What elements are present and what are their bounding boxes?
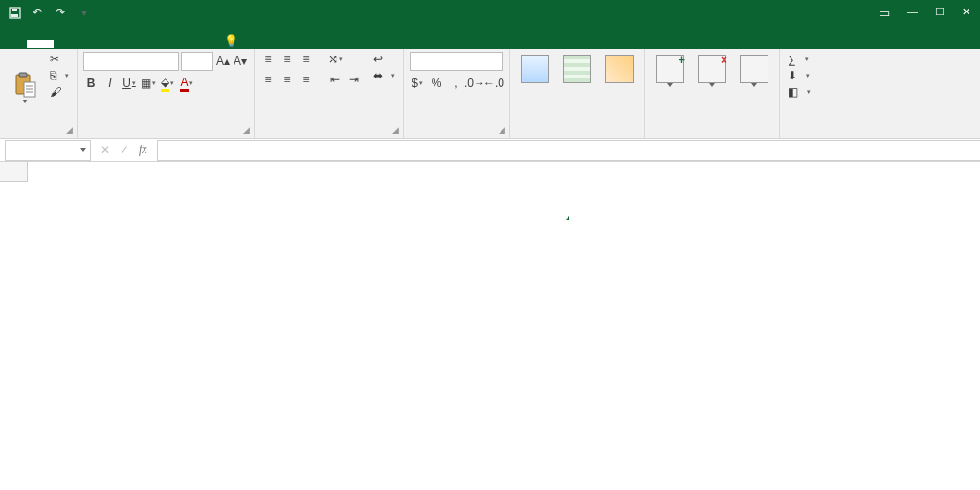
align-middle-icon[interactable]: ≡ bbox=[279, 52, 295, 67]
quick-access-toolbar: ↶ ↷ ▾ bbox=[0, 6, 91, 19]
group-alignment: ≡ ≡ ≡ ⤭▾ ≡ ≡ ≡ ⇤ ⇥ ↩ ⬌▾ ◢ bbox=[255, 49, 404, 138]
ribbon-options-icon[interactable]: ▭ bbox=[879, 6, 890, 20]
percent-icon[interactable]: % bbox=[429, 76, 444, 91]
delete-cells-button[interactable]: × bbox=[693, 52, 731, 90]
eraser-icon: ◧ bbox=[788, 85, 798, 99]
tab-view[interactable] bbox=[188, 40, 214, 48]
align-right-icon[interactable]: ≡ bbox=[299, 72, 314, 87]
autosum-button[interactable]: ∑▾ bbox=[786, 52, 813, 67]
tab-data[interactable] bbox=[134, 40, 161, 48]
group-cells: + × bbox=[645, 49, 780, 138]
sigma-icon: ∑ bbox=[788, 53, 796, 66]
tab-page-layout[interactable] bbox=[80, 40, 107, 48]
increase-indent-icon[interactable]: ⇥ bbox=[346, 72, 362, 87]
wrap-icon: ↩ bbox=[373, 53, 383, 66]
currency-icon[interactable]: $▾ bbox=[410, 76, 425, 91]
orientation-icon[interactable]: ⤭▾ bbox=[327, 52, 343, 67]
align-bottom-icon[interactable]: ≡ bbox=[299, 52, 314, 67]
brush-icon: 🖌 bbox=[50, 85, 61, 99]
font-color-button[interactable]: A▾ bbox=[179, 76, 194, 91]
cell-styles-button[interactable] bbox=[600, 52, 638, 86]
decrease-indent-icon[interactable]: ⇤ bbox=[327, 72, 343, 87]
font-name-input[interactable] bbox=[83, 52, 179, 71]
underline-button[interactable]: U▾ bbox=[122, 76, 137, 91]
format-as-table-button[interactable] bbox=[558, 52, 596, 86]
undo-icon[interactable]: ↶ bbox=[31, 6, 44, 19]
border-button[interactable]: ▦▾ bbox=[141, 76, 156, 91]
align-top-icon[interactable]: ≡ bbox=[260, 52, 276, 67]
cut-button[interactable]: ✂ bbox=[48, 52, 71, 67]
lightbulb-icon: 💡 bbox=[224, 34, 238, 48]
paste-icon bbox=[11, 71, 39, 100]
minimize-icon[interactable]: — bbox=[907, 6, 918, 20]
align-left-icon[interactable]: ≡ bbox=[260, 72, 276, 87]
formula-input[interactable] bbox=[157, 140, 980, 161]
save-icon[interactable] bbox=[8, 6, 21, 19]
format-icon bbox=[740, 55, 768, 83]
group-clipboard: ✂ ⎘▾ 🖌 ◢ bbox=[0, 49, 78, 138]
bold-button[interactable]: B bbox=[83, 76, 99, 91]
merge-center-button[interactable]: ⬌▾ bbox=[371, 68, 397, 83]
window-controls: ▭ — ☐ ✕ bbox=[879, 6, 980, 20]
svg-rect-1 bbox=[11, 14, 18, 17]
tell-me[interactable]: 💡 bbox=[224, 34, 242, 48]
tab-file[interactable] bbox=[0, 40, 27, 48]
dialog-launcher-icon[interactable]: ◢ bbox=[499, 125, 505, 135]
grow-font-icon[interactable]: A▴ bbox=[215, 54, 231, 69]
tab-insert[interactable] bbox=[54, 40, 80, 48]
group-styles bbox=[510, 49, 645, 138]
dialog-launcher-icon[interactable]: ◢ bbox=[392, 125, 399, 135]
chevron-down-icon bbox=[80, 148, 86, 152]
tab-formulas[interactable] bbox=[107, 40, 134, 48]
merge-icon: ⬌ bbox=[373, 69, 383, 82]
tab-review[interactable] bbox=[161, 40, 188, 48]
cell-indicator bbox=[566, 216, 569, 220]
shrink-font-icon[interactable]: A▾ bbox=[233, 54, 248, 69]
cell-styles-icon bbox=[605, 55, 634, 83]
increase-decimal-icon[interactable]: .0→ bbox=[467, 76, 482, 91]
enter-icon[interactable]: ✓ bbox=[120, 144, 129, 157]
conditional-formatting-button[interactable] bbox=[516, 52, 554, 86]
fill-icon: ⬇ bbox=[788, 69, 797, 82]
paste-button[interactable] bbox=[6, 52, 44, 122]
align-center-icon[interactable]: ≡ bbox=[279, 72, 295, 87]
table-icon bbox=[563, 55, 591, 83]
number-format-input[interactable] bbox=[410, 52, 503, 71]
select-all-corner[interactable] bbox=[0, 162, 28, 182]
wrap-text-button[interactable]: ↩ bbox=[371, 52, 397, 67]
comma-icon[interactable]: , bbox=[448, 76, 463, 91]
ribbon: ✂ ⎘▾ 🖌 ◢ A▴ A▾ B I U▾ ▦▾ ⬙▾ bbox=[0, 49, 980, 139]
decrease-decimal-icon[interactable]: ←.0 bbox=[486, 76, 501, 91]
svg-rect-4 bbox=[19, 73, 27, 77]
fill-button[interactable]: ⬇▾ bbox=[786, 68, 813, 83]
copy-icon: ⎘ bbox=[50, 69, 56, 82]
scissors-icon: ✂ bbox=[50, 53, 59, 66]
dialog-launcher-icon[interactable]: ◢ bbox=[66, 125, 73, 135]
fx-icon[interactable]: fx bbox=[139, 143, 147, 157]
group-font: A▴ A▾ B I U▾ ▦▾ ⬙▾ A▾ ◢ bbox=[78, 49, 255, 138]
clear-button[interactable]: ◧▾ bbox=[786, 84, 813, 100]
tab-home[interactable] bbox=[27, 40, 54, 48]
qat-customize-icon[interactable]: ▾ bbox=[78, 6, 91, 19]
italic-button[interactable]: I bbox=[102, 76, 118, 91]
formula-bar: ✕ ✓ fx bbox=[0, 139, 980, 162]
copy-button[interactable]: ⎘▾ bbox=[48, 68, 71, 83]
dialog-launcher-icon[interactable]: ◢ bbox=[243, 125, 250, 135]
format-cells-button[interactable] bbox=[735, 52, 773, 90]
cancel-icon[interactable]: ✕ bbox=[100, 144, 110, 157]
maximize-icon[interactable]: ☐ bbox=[935, 6, 945, 20]
insert-cells-button[interactable]: + bbox=[651, 52, 689, 90]
close-icon[interactable]: ✕ bbox=[962, 6, 970, 20]
fill-color-button[interactable]: ⬙▾ bbox=[160, 76, 175, 91]
redo-icon[interactable]: ↷ bbox=[54, 6, 67, 19]
font-size-input[interactable] bbox=[181, 52, 213, 71]
ribbon-tabs: 💡 bbox=[0, 25, 980, 49]
title-bar: ↶ ↷ ▾ ▭ — ☐ ✕ bbox=[0, 0, 980, 25]
worksheet-grid[interactable] bbox=[0, 162, 980, 490]
chevron-down-icon bbox=[22, 100, 28, 103]
conditional-icon bbox=[521, 55, 549, 83]
svg-rect-2 bbox=[12, 9, 17, 11]
format-painter-button[interactable]: 🖌 bbox=[48, 84, 71, 100]
group-editing: ∑▾ ⬇▾ ◧▾ bbox=[780, 49, 818, 138]
name-box[interactable] bbox=[5, 140, 91, 161]
